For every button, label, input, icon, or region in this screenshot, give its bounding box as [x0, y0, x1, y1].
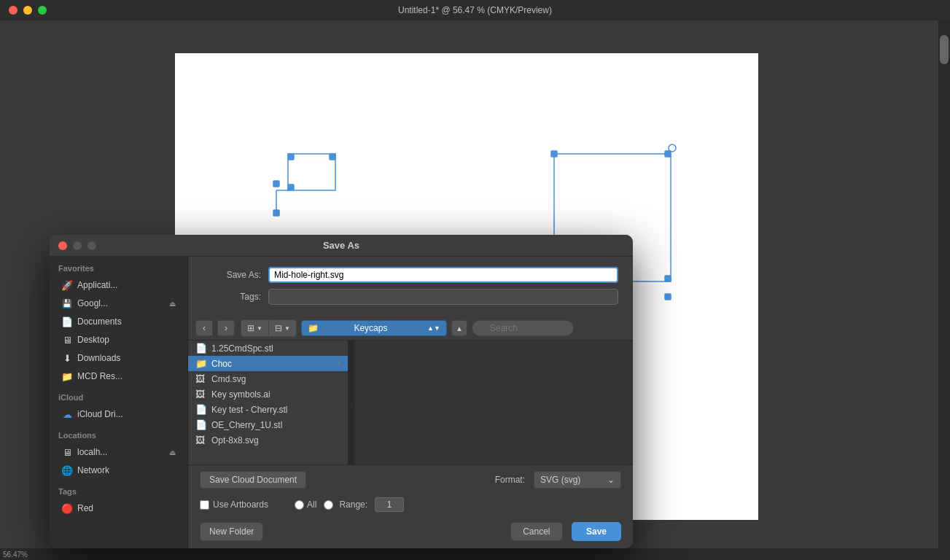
- folder-icon: 📁: [308, 323, 319, 333]
- sidebar-item-network[interactable]: 🌐 Network: [52, 462, 184, 479]
- location-dropdown[interactable]: 📁 Keycaps ▲▼: [301, 320, 447, 336]
- sidebar-item-label: Googl...: [77, 298, 108, 308]
- svg-point-13: [669, 144, 676, 152]
- sidebar-item-label: Network: [77, 465, 109, 475]
- back-button[interactable]: ‹: [195, 320, 213, 336]
- all-label: All: [307, 499, 316, 510]
- location-chevron-icon: ▲▼: [427, 324, 440, 332]
- scrollbar-right[interactable]: [938, 20, 950, 560]
- sidebar-section-favorites: Favorites 🚀 Applicati... 💾 Googl... ⏏ 📄 …: [50, 257, 187, 385]
- maximize-button[interactable]: [38, 6, 47, 15]
- minimize-button[interactable]: [23, 6, 32, 15]
- radio-range-label[interactable]: Range:: [324, 499, 367, 510]
- radio-all[interactable]: [295, 500, 304, 510]
- use-artboards-checkbox[interactable]: [200, 500, 209, 510]
- list-view-icon: ⊞: [247, 323, 254, 333]
- dialog-minimize-button[interactable]: [73, 241, 82, 250]
- search-wrapper: 🔍: [472, 320, 574, 336]
- bottom-bar: Save Cloud Document Format: SVG (svg) ⌄: [188, 465, 633, 494]
- form-area: Save As: Tags:: [188, 257, 633, 316]
- file-item[interactable]: 📁 Choc ›: [188, 356, 348, 371]
- sidebar-item-label: localh...: [77, 447, 107, 457]
- close-button[interactable]: [9, 6, 17, 15]
- section-label-icloud: iCloud: [50, 386, 187, 405]
- new-folder-button[interactable]: New Folder: [200, 522, 263, 541]
- range-value-input[interactable]: [375, 497, 404, 512]
- tags-label: Tags:: [203, 292, 261, 302]
- file-item[interactable]: 📄 1.25CmdSpc.stl: [188, 341, 348, 356]
- sidebar-item-applications[interactable]: 🚀 Applicati...: [52, 276, 184, 294]
- save-button[interactable]: Save: [572, 522, 621, 541]
- section-label-tags: Tags: [50, 480, 187, 499]
- tags-input[interactable]: [268, 289, 618, 305]
- dialog-title: Save As: [323, 240, 359, 251]
- file-item[interactable]: 📄 OE_Cherry_1U.stl: [188, 417, 348, 432]
- use-artboards-checkbox-label[interactable]: Use Artboards: [200, 499, 268, 510]
- resize-handle[interactable]: ···: [349, 341, 354, 464]
- view-toggle-group: ⊞ ▼ ⊟ ▼: [241, 319, 297, 337]
- list-view-button[interactable]: ⊞ ▼: [241, 320, 269, 336]
- sidebar-item-localhost[interactable]: 🖥 localh... ⏏: [52, 443, 184, 461]
- sidebar-item-desktop[interactable]: 🖥 Desktop: [52, 331, 184, 349]
- list-view-chevron: ▼: [257, 325, 262, 332]
- downloads-icon: ⬇: [61, 352, 73, 364]
- svg-rect-9: [551, 151, 557, 157]
- action-buttons: New Folder Cancel Save: [188, 518, 633, 548]
- scrollbar-thumb[interactable]: [940, 35, 949, 64]
- grid-view-chevron: ▼: [284, 325, 290, 332]
- cancel-button[interactable]: Cancel: [510, 522, 562, 541]
- eject-icon: ⏏: [169, 448, 176, 456]
- localhost-icon: 🖥: [61, 446, 73, 458]
- file-item[interactable]: 📄 Key test - Cherry.stl: [188, 402, 348, 417]
- scrollbar-bottom[interactable]: [0, 548, 938, 560]
- svg-rect-14: [665, 294, 671, 300]
- format-label: Format:: [495, 475, 525, 485]
- file-name: Key test - Cherry.stl: [211, 405, 287, 415]
- sidebar-item-icloud-drive[interactable]: ☁ iCloud Dri...: [52, 405, 184, 423]
- format-chevron-icon: ⌄: [607, 475, 615, 485]
- file-icon: 📄: [195, 419, 207, 430]
- format-select[interactable]: SVG (svg) ⌄: [534, 471, 621, 489]
- save-cloud-button[interactable]: Save Cloud Document: [200, 471, 306, 489]
- svg-rect-2: [330, 154, 335, 160]
- sidebar-item-mcd-res[interactable]: 📁 MCD Res...: [52, 368, 184, 385]
- svg-rect-0: [288, 154, 335, 190]
- file-item[interactable]: 🖼 Opt-8x8.svg: [188, 432, 348, 448]
- expand-button[interactable]: ▲: [451, 320, 467, 336]
- sidebar-item-label: iCloud Dri...: [77, 409, 123, 419]
- svg-rect-5: [273, 210, 279, 216]
- radio-range[interactable]: [324, 500, 333, 510]
- dialog-maximize-button[interactable]: [87, 241, 96, 250]
- sidebar-item-tag-red[interactable]: 🔴 Red: [52, 499, 184, 517]
- desktop-icon: 🖥: [61, 334, 73, 346]
- file-icon: 🖼: [195, 389, 207, 400]
- file-column-secondary: [354, 341, 633, 464]
- svg-rect-11: [665, 276, 671, 281]
- grid-view-button[interactable]: ⊟ ▼: [269, 320, 296, 336]
- file-name: 1.25CmdSpc.stl: [211, 343, 273, 354]
- applications-icon: 🚀: [61, 279, 73, 291]
- save-as-row: Save As:: [203, 267, 618, 283]
- file-item[interactable]: 🖼 Cmd.svg: [188, 371, 348, 386]
- sidebar-item-google-drive[interactable]: 💾 Googl... ⏏: [52, 295, 184, 312]
- mcd-res-icon: 📁: [61, 370, 73, 382]
- radio-all-label[interactable]: All: [295, 499, 316, 510]
- sidebar: Favorites 🚀 Applicati... 💾 Googl... ⏏ 📄 …: [50, 257, 188, 548]
- options-row: Use Artboards All Range:: [188, 494, 633, 518]
- filename-input[interactable]: [268, 267, 618, 283]
- sidebar-item-documents[interactable]: 📄 Documents: [52, 313, 184, 330]
- file-column-primary: 📄 1.25CmdSpc.stl 📁 Choc › 🖼 Cmd.svg: [188, 341, 349, 464]
- sidebar-item-label: Desktop: [77, 335, 109, 345]
- dialog-close-button[interactable]: [58, 241, 67, 250]
- sidebar-item-downloads[interactable]: ⬇ Downloads: [52, 349, 184, 367]
- search-input[interactable]: [472, 320, 574, 336]
- sidebar-item-label: Downloads: [77, 353, 120, 363]
- location-label: Keycaps: [354, 323, 387, 333]
- dialog-traffic-lights: [58, 241, 96, 250]
- artboards-radio-group: All Range:: [295, 497, 404, 512]
- file-name: OE_Cherry_1U.stl: [211, 420, 282, 430]
- chevron-right-icon: ›: [338, 359, 340, 368]
- file-item[interactable]: 🖼 Key symbols.ai: [188, 386, 348, 402]
- file-icon: 🖼: [195, 373, 207, 384]
- forward-button[interactable]: ›: [217, 320, 235, 336]
